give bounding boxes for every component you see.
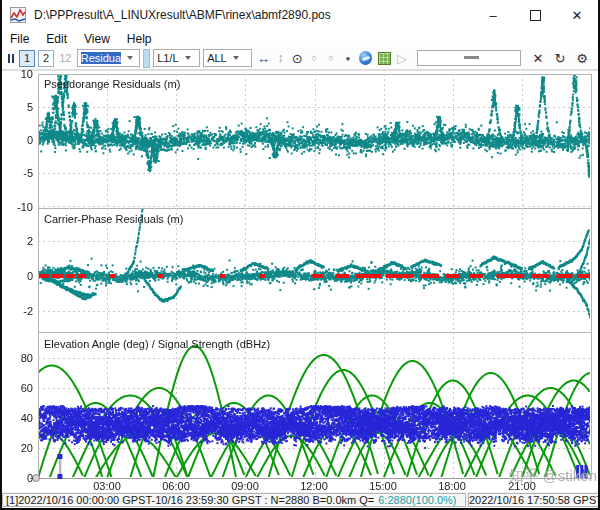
status-quality: 6:2880(100.0%)	[378, 494, 456, 506]
obs-type-value: L1/L	[157, 52, 178, 64]
plot3-title: Elevation Angle (deg) / Signal Strength …	[44, 338, 270, 350]
x-tick-label: 18:00	[428, 480, 476, 492]
watermark: 知乎 @stiken	[508, 467, 597, 486]
x-tick-label: 09:00	[221, 480, 269, 492]
menu-edit[interactable]: Edit	[46, 32, 67, 46]
chevron-down-icon	[233, 56, 239, 60]
y-tick-label: 0	[2, 472, 33, 484]
status-time: 2022/10/16 17:50:58 GPST	[468, 493, 600, 507]
close-button[interactable]: ✕	[556, 0, 598, 30]
window-controls: – ✕	[472, 0, 598, 30]
plot1-title: Pseudorange Residuals (m)	[44, 78, 180, 90]
pause-bars-icon[interactable]	[8, 54, 14, 63]
y-tick-label: 0	[2, 270, 33, 282]
y-tick-label: 5	[2, 101, 33, 113]
fit-vertical-icon[interactable]: ↕	[273, 49, 288, 67]
y-tick-label: -5	[2, 167, 33, 179]
window-title: D:\PPPresult\A_LINUXresult\ABMF\rinex\ab…	[34, 8, 331, 22]
y-tick-label: 20	[2, 442, 33, 454]
x-tick-label: 12:00	[290, 480, 338, 492]
plot-canvas[interactable]	[2, 71, 598, 493]
maximize-icon	[530, 10, 541, 21]
animate-play-icon[interactable]: ▷	[395, 49, 410, 67]
statusbar: [1]2022/10/16 00:00:00 GPST-10/16 23:59:…	[2, 492, 598, 508]
y-tick-label: 10	[2, 68, 33, 80]
obs-type-dropdown[interactable]: L1/L	[153, 49, 200, 67]
view-single-button[interactable]: 1	[19, 50, 35, 67]
google-earth-icon[interactable]	[359, 51, 372, 65]
fit-horizontal-icon[interactable]: ↔	[256, 49, 271, 67]
refresh-icon[interactable]: ↻	[552, 49, 568, 67]
menubar: File Edit View Help	[2, 30, 598, 47]
y-tick-label: 80	[2, 352, 33, 364]
toolbar: 1 2 12 Residua L1/L ALL ↔ ↕ ⊙ ○ ○ ● ▷ ✕ …	[2, 47, 598, 70]
chevron-down-icon	[127, 56, 133, 60]
y-tick-label: 40	[2, 412, 33, 424]
y-tick-label: 0	[2, 134, 33, 146]
options-gear-icon[interactable]: ⚙	[574, 49, 590, 67]
time-slider-handle[interactable]	[464, 56, 479, 59]
satellite-value: ALL	[207, 52, 227, 64]
y-tick-label: -10	[2, 201, 33, 213]
status-summary: [1]2022/10/16 00:00:00 GPST-10/16 23:59:…	[6, 494, 374, 506]
view-double-button[interactable]: 2	[38, 50, 54, 67]
app-icon	[10, 7, 26, 23]
x-tick-label: 03:00	[83, 480, 131, 492]
status-left-panel: [1]2022/10/16 00:00:00 GPST-10/16 23:59:…	[2, 493, 466, 507]
toolbar-right-group: ✕ ↻ ⚙	[527, 49, 593, 67]
rtkplot-window: D:\PPPresult\A_LINUXresult\ABMF\rinex\ab…	[0, 0, 600, 510]
view-combined-button[interactable]: 12	[57, 50, 74, 67]
satellite-dropdown[interactable]: ALL	[203, 49, 252, 67]
x-tick-label: 06:00	[152, 480, 200, 492]
fix-center-icon[interactable]: ●	[341, 49, 356, 67]
maximize-button[interactable]	[514, 0, 556, 30]
toolbar-separator	[143, 49, 150, 68]
clear-icon[interactable]: ✕	[530, 49, 546, 67]
fix-vertical-icon[interactable]: ○	[324, 49, 339, 67]
menu-view[interactable]: View	[84, 32, 110, 46]
time-slider[interactable]	[417, 50, 521, 66]
y-tick-label: 60	[2, 382, 33, 394]
titlebar: D:\PPPresult\A_LINUXresult\ABMF\rinex\ab…	[2, 0, 598, 30]
center-origin-icon[interactable]: ⊙	[290, 49, 305, 67]
plot-type-dropdown[interactable]: Residua	[77, 49, 141, 67]
plot-region: Pseudorange Residuals (m) Carrier-Phase …	[2, 70, 598, 492]
x-tick-label: 15:00	[359, 480, 407, 492]
chevron-down-icon	[185, 56, 191, 60]
plot-type-value: Residua	[81, 52, 121, 64]
plot2-title: Carrier-Phase Residuals (m)	[44, 213, 183, 225]
menu-help[interactable]: Help	[127, 32, 152, 46]
fix-horizontal-icon[interactable]: ○	[307, 49, 322, 67]
y-tick-label: -2	[2, 305, 33, 317]
menu-file[interactable]: File	[10, 32, 29, 46]
y-tick-label: 2	[2, 235, 33, 247]
map-view-icon[interactable]	[378, 52, 390, 65]
minimize-button[interactable]: –	[472, 0, 514, 30]
